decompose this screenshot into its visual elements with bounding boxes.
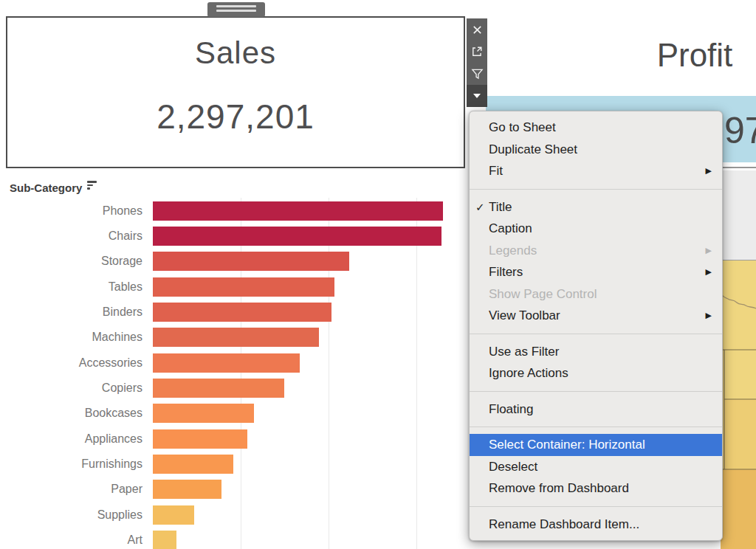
category-label-accessories[interactable]: Accessories (0, 354, 142, 372)
bar-storage[interactable] (153, 252, 349, 271)
menu-item-label: Duplicate Sheet (489, 142, 577, 156)
category-label-phones[interactable]: Phones (0, 202, 142, 220)
menu-item-caption[interactable]: Caption (470, 218, 722, 240)
menu-separator (470, 506, 722, 507)
menu-item-show-page-control: Show Page Control (470, 283, 722, 305)
dashboard: Sales 2,297,201 Profit 97 Sub-Category P… (0, 0, 756, 549)
bar-binders[interactable] (153, 303, 331, 322)
map-state-fill (724, 399, 756, 469)
menu-item-label: Rename Dashboard Item... (489, 517, 639, 531)
menu-separator (470, 189, 722, 190)
category-label-machines[interactable]: Machines (0, 328, 142, 346)
bar-art[interactable] (153, 531, 176, 549)
menu-item-label: Filters (489, 265, 523, 279)
chart-header: Sub-Category (10, 181, 97, 194)
submenu-arrow-icon: ▶ (706, 160, 712, 182)
category-label-tables[interactable]: Tables (0, 278, 142, 296)
menu-item-duplicate-sheet[interactable]: Duplicate Sheet (470, 139, 722, 161)
category-label-chairs[interactable]: Chairs (0, 227, 142, 245)
bar-phones[interactable] (153, 201, 443, 221)
bar-accessories[interactable] (153, 353, 300, 373)
gridline (329, 198, 329, 549)
submenu-arrow-icon: ▶ (706, 305, 712, 327)
gridline (416, 198, 417, 549)
menu-separator (470, 334, 722, 334)
use-as-filter-button[interactable] (467, 63, 487, 85)
chart-header-label: Sub-Category (10, 182, 82, 194)
menu-item-label: Show Page Control (489, 287, 597, 301)
menu-item-label: Title (489, 200, 512, 214)
submenu-arrow-icon: ▶ (706, 240, 712, 262)
item-toolbar (467, 18, 487, 107)
category-label-supplies[interactable]: Supplies (0, 506, 142, 524)
menu-item-label: Legends (489, 244, 537, 258)
menu-item-label: Floating (489, 402, 533, 416)
menu-item-view-toolbar[interactable]: View Toolbar▶ (470, 305, 722, 327)
menu-item-fit[interactable]: Fit▶ (470, 160, 722, 182)
sales-card[interactable]: Sales 2,297,201 (6, 16, 465, 168)
menu-item-ignore-actions[interactable]: Ignore Actions (470, 362, 722, 384)
bar-bookcases[interactable] (153, 404, 254, 423)
filter-icon (471, 68, 484, 80)
open-in-new-icon (471, 46, 483, 58)
map-river-line (721, 293, 756, 308)
menu-item-title[interactable]: ✓Title (470, 196, 722, 218)
category-label-paper[interactable]: Paper (0, 480, 142, 498)
bar-supplies[interactable] (153, 505, 194, 525)
menu-item-label: Ignore Actions (489, 366, 568, 380)
drag-handle[interactable] (207, 2, 265, 17)
submenu-arrow-icon: ▶ (706, 261, 712, 283)
map-state-fill-orange (721, 469, 756, 549)
menu-item-legends: Legends▶ (470, 240, 722, 262)
bar-machines[interactable] (153, 328, 319, 347)
menu-separator (470, 391, 722, 392)
category-label-storage[interactable]: Storage (0, 252, 142, 270)
menu-item-filters[interactable]: Filters▶ (470, 261, 722, 283)
menu-item-remove-from-dashboard[interactable]: Remove from Dashboard (470, 477, 722, 500)
context-menu: Go to SheetDuplicate SheetFit▶✓TitleCapt… (469, 111, 723, 541)
menu-item-label: Use as Filter (489, 345, 559, 359)
menu-item-label: Go to Sheet (489, 120, 556, 134)
dropdown-caret-icon (473, 94, 481, 98)
map-preview[interactable] (721, 260, 756, 549)
menu-item-floating[interactable]: Floating (470, 398, 722, 421)
go-to-sheet-button[interactable] (467, 41, 487, 63)
profit-title: Profit (633, 37, 756, 74)
category-label-binders[interactable]: Binders (0, 303, 142, 321)
menu-item-select-container-horizontal[interactable]: Select Container: Horizontal (470, 434, 722, 456)
menu-item-label: Remove from Dashboard (489, 481, 629, 495)
close-button[interactable] (467, 18, 487, 41)
category-label-appliances[interactable]: Appliances (0, 430, 142, 448)
menu-item-label: Deselect (489, 460, 537, 474)
bar-copiers[interactable] (153, 379, 284, 398)
bar-furnishings[interactable] (153, 455, 233, 474)
gridline (241, 198, 241, 549)
menu-item-go-to-sheet[interactable]: Go to Sheet (470, 117, 722, 139)
menu-item-use-as-filter[interactable]: Use as Filter (470, 341, 722, 363)
menu-item-deselect[interactable]: Deselect (470, 456, 722, 478)
close-icon (472, 24, 483, 35)
sort-descending-icon[interactable] (87, 181, 97, 191)
bar-chairs[interactable] (153, 227, 441, 246)
menu-item-rename-dashboard-item[interactable]: Rename Dashboard Item... (470, 514, 722, 536)
menu-item-label: Fit (489, 164, 503, 178)
menu-item-label: View Toolbar (489, 308, 560, 322)
sales-value: 2,297,201 (7, 96, 464, 137)
menu-separator (470, 427, 722, 427)
more-options-button[interactable] (467, 85, 487, 107)
category-label-bookcases[interactable]: Bookcases (0, 404, 142, 422)
menu-item-label: Caption (489, 221, 532, 235)
menu-item-label: Select Container: Horizontal (489, 438, 645, 452)
category-label-copiers[interactable]: Copiers (0, 379, 142, 397)
category-label-furnishings[interactable]: Furnishings (0, 455, 142, 473)
checkmark-icon: ✓ (475, 196, 485, 218)
profit-value: 97 (724, 109, 756, 152)
category-label-art[interactable]: Art (0, 531, 142, 549)
bar-tables[interactable] (153, 277, 334, 297)
bar-paper[interactable] (153, 480, 221, 499)
map-card-margin (721, 170, 756, 260)
sales-title: Sales (7, 32, 464, 74)
bar-appliances[interactable] (153, 429, 247, 449)
